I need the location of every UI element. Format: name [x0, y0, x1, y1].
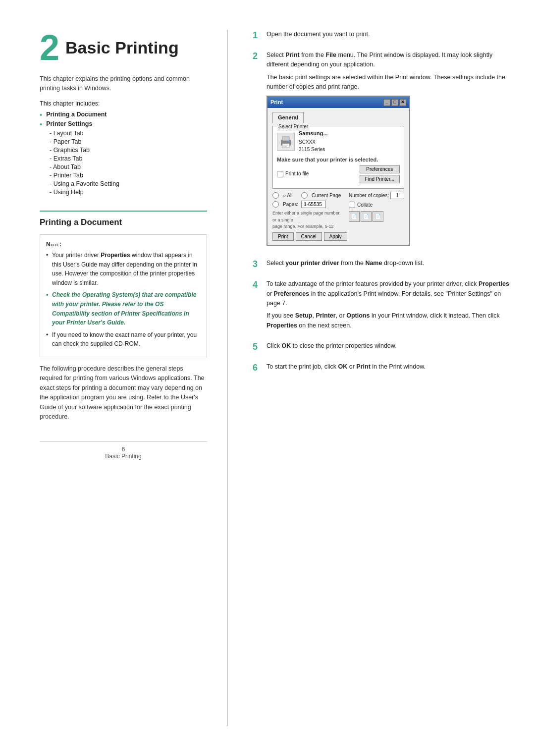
footer-label: Basic Printing [105, 453, 141, 460]
dialog-group-label: Select Printer [277, 123, 310, 131]
step-2-text: Select Print from the File menu. The Pri… [267, 51, 510, 70]
dialog-tab-general[interactable]: General [272, 112, 304, 123]
chapter-intro: This chapter explains the printing optio… [40, 74, 207, 93]
apply-button[interactable]: Apply [324, 232, 347, 241]
step-6-number: 6 [253, 361, 267, 375]
range-all-radio[interactable] [272, 192, 279, 199]
preferences-button[interactable]: Preferences [360, 165, 400, 173]
step-5-content: Click OK to close the printer properties… [267, 341, 510, 354]
svg-rect-1 [282, 137, 289, 141]
dialog-title: Print [270, 98, 283, 107]
range-current-radio[interactable] [301, 192, 308, 199]
section-title: Printing a Document [40, 217, 207, 227]
step-4: 4 To take advantage of the printer featu… [253, 279, 510, 333]
printer-row: Samsung... SCXXX 3115 Series [277, 129, 400, 153]
dialog-minimize-btn[interactable]: _ [383, 99, 390, 106]
find-printer-button[interactable]: Find Printer... [360, 175, 400, 183]
print-to-file-label: Print to file [285, 170, 309, 178]
cancel-button[interactable]: Cancel [296, 232, 322, 241]
copies-section: Number of copies: Collate 📄 📄 [349, 192, 404, 231]
collate-label: Collate [357, 201, 373, 209]
dialog-status-text: Make sure that your printer is selected. [277, 156, 400, 164]
dialog-print-to-file-row: Print to file Preferences Find Printer..… [277, 165, 400, 183]
chapter-number: 2 [40, 30, 59, 65]
printer-model-line1: SCXXX [299, 138, 328, 146]
printer-icon-box [277, 133, 295, 151]
steps-list: 1 Open the document you want to print. 2… [253, 30, 510, 375]
chapter-title: Basic Printing [65, 38, 179, 57]
toc-item-layout-tab: - Layout Tab [40, 130, 207, 137]
dialog-button-row: Print Cancel Apply [272, 232, 404, 241]
step-3-number: 3 [253, 258, 267, 271]
step-2-subtext: The basic print settings are selected wi… [267, 73, 510, 92]
collate-row: Collate [349, 201, 404, 209]
svg-rect-5 [288, 141, 289, 142]
svg-rect-4 [283, 146, 287, 147]
step-2: 2 Select Print from the File menu. The P… [253, 51, 510, 251]
note-item-1: Your printer driver Properties window th… [46, 251, 201, 287]
print-to-file-checkbox[interactable]: Print to file [277, 170, 309, 178]
right-column: 1 Open the document you want to print. 2… [228, 30, 535, 726]
copy-icon-2: 📄 [361, 211, 372, 222]
section-body: The following procedure describes the ge… [40, 364, 207, 422]
svg-rect-3 [283, 145, 288, 146]
range-note: Enter either a single page number or a s… [272, 210, 345, 231]
dialog-titlebar-buttons: _ □ ✕ [383, 99, 406, 106]
step-3-content: Select your printer driver from the Name… [267, 259, 510, 271]
step-1-text: Open the document you want to print. [267, 30, 510, 39]
printer-model-line2: 3115 Series [299, 146, 328, 154]
step-1-number: 1 [253, 29, 267, 43]
step-4-number: 4 [253, 278, 267, 292]
step-1-content: Open the document you want to print. [267, 30, 510, 42]
toc-item-printer-tab: - Printer Tab [40, 172, 207, 179]
dialog-tab-row: General [272, 112, 404, 123]
step-4-content: To take advantage of the printer feature… [267, 279, 510, 333]
left-column: 2Basic Printing This chapter explains th… [0, 30, 228, 726]
toc-item-paper-tab: - Paper Tab [40, 138, 207, 145]
step-3: 3 Select your printer driver from the Na… [253, 259, 510, 271]
dialog-printer-group: Select Printer [272, 126, 404, 188]
range-pages-radio[interactable] [272, 201, 279, 208]
step-1: 1 Open the document you want to print. [253, 30, 510, 43]
copies-label: Number of copies: [349, 192, 404, 200]
toc-list: Printing a Document Printer Settings - L… [40, 111, 207, 196]
note-title: Note: [46, 240, 201, 249]
toc-item-printing-doc: Printing a Document [40, 111, 207, 119]
page-footer: 6 Basic Printing [40, 441, 207, 460]
toc-item-extras-tab: - Extras Tab [40, 155, 207, 162]
printer-info: Samsung... SCXXX 3115 Series [299, 129, 328, 153]
collate-icons: 📄 📄 📄 [349, 211, 404, 222]
step-5-text: Click OK to close the printer properties… [267, 341, 510, 351]
print-button[interactable]: Print [272, 232, 294, 241]
copy-icon-1: 📄 [349, 211, 360, 222]
svg-rect-2 [282, 144, 289, 148]
dialog-maximize-btn[interactable]: □ [391, 99, 398, 106]
dialog-close-btn[interactable]: ✕ [399, 99, 406, 106]
print-dialog: Print _ □ ✕ General [267, 96, 410, 246]
note-item-3: If you need to know the exact name of yo… [46, 330, 201, 349]
toc-intro: This chapter includes: [40, 100, 207, 107]
range-all-label: ○ All [283, 192, 292, 200]
chapter-heading: 2Basic Printing [40, 30, 207, 65]
step-2-number: 2 [253, 50, 267, 63]
print-to-file-input[interactable] [277, 171, 283, 177]
toc-item-using-help: - Using Help [40, 189, 207, 196]
step-4-text: To take advantage of the printer feature… [267, 279, 510, 308]
toc-item-about-tab: - About Tab [40, 163, 207, 170]
range-all-row: ○ All Current Page [272, 192, 345, 200]
pages-input[interactable] [301, 201, 326, 208]
toc-item-graphics-tab: - Graphics Tab [40, 147, 207, 154]
collate-checkbox[interactable] [349, 202, 355, 208]
toc-item-printer-settings: Printer Settings [40, 120, 207, 128]
step-6-text: To start the print job, click OK or Prin… [267, 362, 510, 372]
step-6-content: To start the print job, click OK or Prin… [267, 362, 510, 375]
toc-item-favorite-setting: - Using a Favorite Setting [40, 180, 207, 187]
copies-input[interactable] [390, 192, 404, 199]
printer-icon [279, 135, 293, 149]
copy-icon-3: 📄 [373, 211, 383, 222]
dialog-titlebar: Print _ □ ✕ [268, 97, 409, 108]
step-4-subtext: If you see Setup, Printer, or Options in… [267, 311, 510, 330]
printer-name: Samsung... [299, 129, 328, 138]
note-item-2: Check the Operating System(s) that are c… [46, 290, 201, 327]
pages-label: Pages: [283, 201, 298, 209]
